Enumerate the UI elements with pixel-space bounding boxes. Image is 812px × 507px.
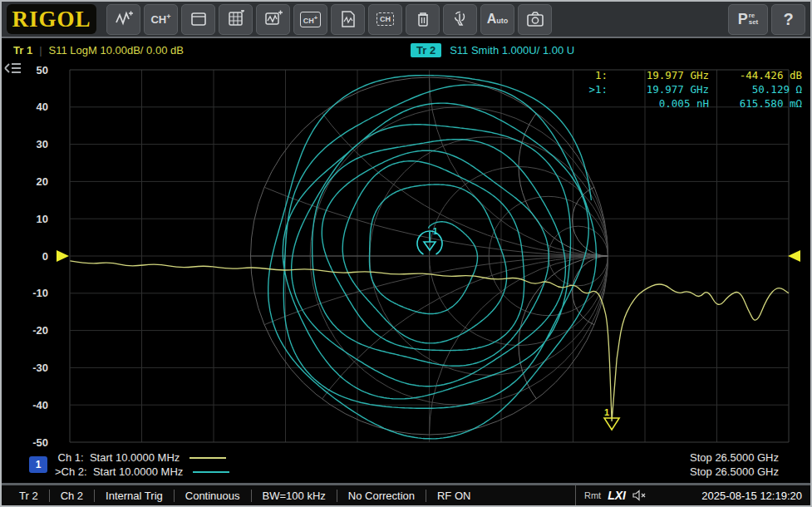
stop-frequency: Stop 26.5000 GHz [690,450,779,465]
trash-icon [413,10,433,28]
status-item[interactable]: Tr 2 [8,490,49,502]
trace-color-swatch [189,457,226,459]
camera-icon [525,10,545,28]
menu-collapse-icon[interactable] [2,60,23,76]
y-axis-tick: 20 [37,175,48,188]
smith-marker: 1 [417,227,442,254]
trace1-desc[interactable]: S11 LogM 10.00dB/ 0.00 dB [49,44,184,57]
toolbar: RIGOL CH+CH+CHAuto P reset ? [2,2,810,38]
y-axis-tick: 0 [42,250,48,263]
trace2-desc[interactable]: S11 Smith 1.000U/ 1.00 U [450,44,574,57]
window-layout-button[interactable] [181,4,215,35]
preset-button[interactable]: P reset [728,4,768,35]
channel-copy-button[interactable]: CH [368,4,402,35]
y-axis-tick: -50 [32,436,48,449]
window-waveform-icon [263,10,283,28]
auto-scale-button[interactable]: Auto [480,4,514,35]
add-trace-button[interactable] [106,4,140,35]
marker-readout-cell: 615.580 mΩ [709,96,802,111]
preset-label-col: reset [749,12,759,26]
y-axis-tick: -40 [32,399,48,411]
channel-indicator[interactable]: 1 [29,456,47,473]
channel-row: >Ch 2: Start 10.0000 MHz [55,465,229,479]
status-item[interactable]: Ch 2 [49,490,94,502]
marker-readout-cell: 1: [571,68,608,82]
channel-window-button[interactable]: CH+ [293,4,327,35]
trace-window-button[interactable] [256,4,290,35]
y-axis-tick: 50 [37,64,48,76]
y-axis-tick: -20 [32,324,48,337]
table-icon [226,10,246,28]
marker-readout-cell [571,96,608,111]
y-axis-tick: 40 [37,101,48,113]
channel-plus-icon: CH+ [150,12,170,26]
marker-readout-cell: 50.129 Ω [709,82,802,96]
smith-trace [268,76,597,439]
channel-row: Ch 1: Start 10.0000 MHz [55,450,229,465]
status-item[interactable]: No Correction [337,490,426,502]
graticule-canvas[interactable]: 50403020100-10-20-30-40-5011 [2,60,812,486]
marker-readout: 1:19.977 GHz-44.426 dB>1:19.977 GHz50.12… [571,68,802,111]
y-axis-tick: 10 [37,213,48,225]
touch-icon [450,10,470,28]
marker-readout-cell: 19.977 GHz [608,82,709,96]
stop-frequency: Stop 26.5000 GHz [690,465,779,479]
vna-screen: RIGOL CH+CH+CHAuto P reset ? Tr 1 | S11 … [0,0,812,507]
page-channel-icon: CH [376,12,394,26]
status-item[interactable]: RF ON [426,490,481,502]
plot-area[interactable]: 50403020100-10-20-30-40-5011 1:19.977 GH… [2,60,812,486]
rigol-logo: RIGOL [7,4,96,34]
preset-label-p: P [738,11,748,28]
window-channel-icon: CH+ [300,12,321,27]
ref-level-marker-right [788,250,800,262]
add-channel-button[interactable]: CH+ [144,4,178,35]
help-button[interactable]: ? [771,4,805,35]
toolbar-buttons: CH+CH+CHAuto [106,4,552,35]
meas-table-button[interactable] [219,4,253,35]
delete-button[interactable] [406,4,440,35]
trace-bar: Tr 1 | S11 LogM 10.00dB/ 0.00 dB Tr 2 S1… [2,40,810,60]
marker-readout-cell: 0.005 nH [608,96,709,111]
trace-copy-button[interactable] [331,4,365,35]
screenshot-button[interactable] [518,4,552,35]
remote-indicator: Rmt [584,490,601,500]
marker-readout-cell: -44.426 dB [709,68,802,82]
speaker-muted-icon[interactable] [632,490,647,501]
window-icon [189,10,209,28]
marker-readout-cell: 19.977 GHz [608,68,709,82]
waveform-plus-icon [114,10,134,28]
marker-readout-cell: >1: [571,82,608,96]
ref-level-marker-left [57,250,69,262]
channel-info: Ch 1: Start 10.0000 MHz>Ch 2: Start 10.0… [55,450,229,479]
status-bar: Tr 2Ch 2Internal TrigContinuousBW=100 kH… [2,483,810,505]
status-right: Rmt LXI 2025-08-15 12:19:20 [575,485,804,505]
datetime: 2025-08-15 12:19:20 [701,490,804,502]
trace2-label[interactable]: Tr 2 [411,43,441,57]
touch-button[interactable] [443,4,477,35]
status-item[interactable]: Internal Trig [94,490,174,502]
y-axis-tick: -30 [32,362,48,374]
help-icon: ? [783,10,793,29]
page-waveform-icon [338,10,358,28]
trace-color-swatch [193,471,229,473]
marker1-label: 1 [604,407,609,417]
smith-marker-label: 1 [433,227,438,236]
trace-separator: | [39,44,42,57]
y-axis-tick: -10 [32,287,48,299]
auto-icon: Auto [487,12,509,27]
stop-frequencies: Stop 26.5000 GHzStop 26.5000 GHz [690,450,779,479]
status-items: Tr 2Ch 2Internal TrigContinuousBW=100 kH… [8,485,481,505]
status-item[interactable]: BW=100 kHz [251,490,337,502]
smith-graticule [2,60,812,486]
status-item[interactable]: Continuous [174,490,251,502]
trace1-label[interactable]: Tr 1 [13,44,32,57]
y-axis-tick: 30 [37,138,48,150]
lxi-logo: LXI [608,489,626,502]
trace2-group: Tr 2 S11 Smith 1.000U/ 1.00 U [411,43,574,57]
